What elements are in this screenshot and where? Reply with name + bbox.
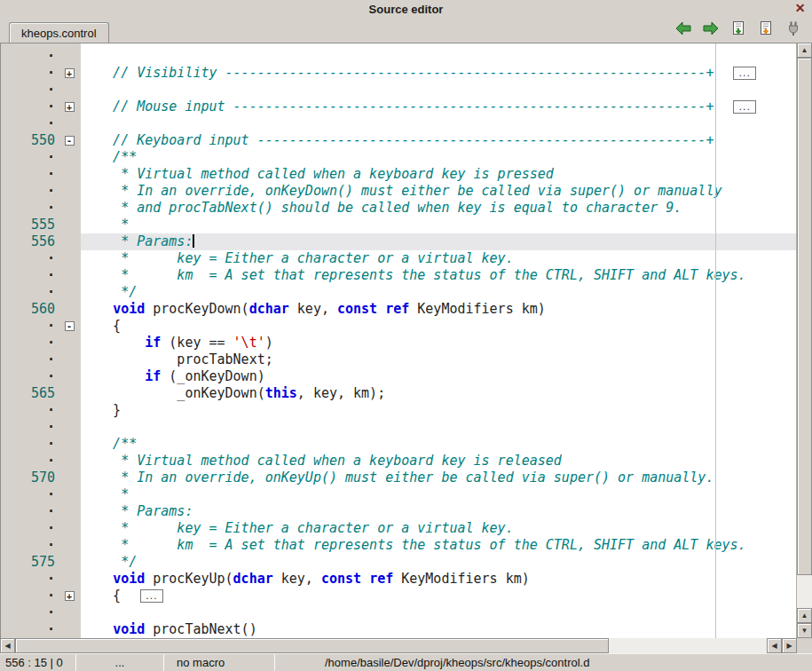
code-line-text[interactable]: *: [81, 217, 796, 233]
vertical-scrollbar-track[interactable]: [797, 58, 812, 608]
line-dot: ·: [1, 503, 58, 520]
line-number: 565: [1, 385, 58, 402]
line-dot: ·: [1, 453, 58, 470]
line-number: 550: [1, 132, 58, 149]
code-line-text[interactable]: void procKeyUp(dchar key, const ref KeyM…: [81, 571, 796, 588]
code-line-text[interactable]: * key = Either a character or a virtual …: [81, 520, 796, 537]
line-dot: ·: [1, 588, 58, 604]
code-line-text[interactable]: /**: [81, 436, 796, 453]
code-line-text[interactable]: */: [81, 554, 796, 571]
fold-gutter-cell: +: [58, 65, 81, 82]
go-back-button[interactable]: [674, 20, 693, 38]
code-line-text[interactable]: [81, 82, 796, 99]
document-save-icon: [730, 20, 746, 39]
code-line-text[interactable]: // Visibility --------------------------…: [81, 65, 796, 82]
go-forward-icon: [702, 20, 720, 39]
code-line-text[interactable]: [81, 48, 796, 65]
code-row: ·: [1, 48, 796, 65]
code-line-text[interactable]: * km = A set that represents the status …: [81, 537, 796, 554]
code-line-text[interactable]: /**: [81, 149, 796, 166]
scroll-left-secondary-icon[interactable]: ◀: [767, 638, 782, 653]
line-dot: ·: [1, 402, 58, 419]
code-row: · if (key == '\t'): [1, 335, 796, 351]
code-line-text[interactable]: */: [81, 284, 796, 301]
fold-collapsed-icon[interactable]: +: [65, 591, 75, 601]
code-line-text[interactable]: * km = A set that represents the status …: [81, 267, 796, 284]
code-line-text[interactable]: * In an override, onKeyUp() must either …: [81, 470, 796, 486]
code-line-text[interactable]: *: [81, 486, 796, 503]
code-row: ·+ // Visibility -----------------------…: [1, 65, 796, 82]
code-row: · /**: [1, 436, 796, 453]
document-save-button[interactable]: [729, 20, 748, 38]
fold-gutter-cell: [58, 554, 81, 571]
code-line-text[interactable]: // Mouse input -------------------------…: [81, 99, 796, 115]
scroll-up-icon[interactable]: ▲: [797, 43, 812, 58]
fold-gutter-cell: [58, 571, 81, 588]
code-line-text[interactable]: [81, 419, 796, 436]
text-caret: [193, 234, 194, 248]
fold-gutter-cell: [58, 470, 81, 486]
horizontal-scrollbar-thumb[interactable]: [15, 638, 609, 653]
code-line-text[interactable]: void procKeyDown(dchar key, const ref Ke…: [81, 301, 796, 318]
horizontal-scrollbar[interactable]: ◀ ◀ ▶: [0, 638, 812, 653]
folded-code-ellipsis[interactable]: ...: [733, 67, 756, 80]
scroll-left-icon[interactable]: ◀: [0, 638, 15, 653]
code-line-text[interactable]: {...: [81, 588, 796, 604]
fold-gutter-cell: [58, 402, 81, 419]
code-line-text[interactable]: procTabNext;: [81, 351, 796, 368]
code-line-text[interactable]: }: [81, 402, 796, 419]
tab-kheops-control[interactable]: kheops.control: [9, 22, 109, 43]
folded-code-ellipsis[interactable]: ...: [140, 589, 163, 603]
folded-code-ellipsis[interactable]: ...: [733, 100, 756, 114]
code-line-text[interactable]: * Virtual method called when a keyboard …: [81, 453, 796, 470]
fold-expanded-icon[interactable]: -: [65, 136, 75, 146]
line-dot: ·: [1, 520, 58, 537]
code-line-text[interactable]: * and procTabNext() should be called whe…: [81, 200, 796, 217]
code-row: ·: [1, 419, 796, 436]
window-title: Source editor: [369, 3, 444, 16]
code-line-text[interactable]: * Params:: [81, 233, 796, 250]
code-row: ·+ // Mouse input ----------------------…: [1, 99, 796, 115]
code-line-text[interactable]: [81, 604, 796, 621]
fold-gutter-cell: [58, 166, 81, 183]
code-row: · * and procTabNext() should be called w…: [1, 200, 796, 217]
line-dot: ·: [1, 368, 58, 385]
scroll-up-secondary-icon[interactable]: ▲: [797, 608, 812, 623]
code-row: · * key = Either a character or a virtua…: [1, 520, 796, 537]
document-save-as-button[interactable]: [756, 20, 776, 38]
line-dot: ·: [1, 604, 58, 621]
horizontal-scrollbar-track[interactable]: [15, 638, 767, 653]
code-line-text[interactable]: // Keyboard input ----------------------…: [81, 132, 796, 149]
code-line-text[interactable]: [81, 115, 796, 132]
fold-gutter-cell: [58, 486, 81, 503]
fold-collapsed-icon[interactable]: +: [65, 68, 75, 78]
fold-expanded-icon[interactable]: -: [65, 321, 75, 331]
code-row: · }: [1, 402, 796, 419]
code-line-text[interactable]: * In an override, onKeyDown() must eithe…: [81, 183, 796, 200]
line-dot: ·: [1, 284, 58, 301]
code-line-text[interactable]: _onKeyDown(this, key, km);: [81, 385, 796, 402]
line-dot: ·: [1, 99, 58, 115]
code-line-text[interactable]: {: [81, 318, 796, 335]
code-line-text[interactable]: * Virtual method called when a keyboard …: [81, 166, 796, 183]
code-line-text[interactable]: if (key == '\t'): [81, 335, 796, 351]
code-row: · * Params:: [1, 503, 796, 520]
go-forward-button[interactable]: [701, 20, 721, 38]
code-line-text[interactable]: * key = Either a character or a virtual …: [81, 250, 796, 267]
fold-collapsed-icon[interactable]: +: [65, 102, 75, 112]
line-dot: ·: [1, 82, 58, 99]
code-line-text[interactable]: * Params:: [81, 503, 796, 520]
editor[interactable]: ··+ // Visibility ----------------------…: [0, 43, 796, 638]
code-line-text[interactable]: if (_onKeyDown): [81, 368, 796, 385]
scroll-right-icon[interactable]: ▶: [782, 638, 797, 653]
vertical-scrollbar[interactable]: ▲ ▲ ▼: [796, 43, 812, 638]
scroll-down-icon[interactable]: ▼: [797, 623, 812, 638]
vertical-scrollbar-thumb[interactable]: [797, 58, 812, 575]
code-row: · * key = Either a character or a virtua…: [1, 250, 796, 267]
plug-button[interactable]: [784, 20, 803, 38]
code-row: · *: [1, 486, 796, 503]
line-number: 570: [1, 470, 58, 486]
close-icon[interactable]: ✕: [792, 1, 808, 16]
code-line-text[interactable]: void procTabNext(): [81, 621, 796, 638]
fold-gutter-cell: [58, 537, 81, 554]
